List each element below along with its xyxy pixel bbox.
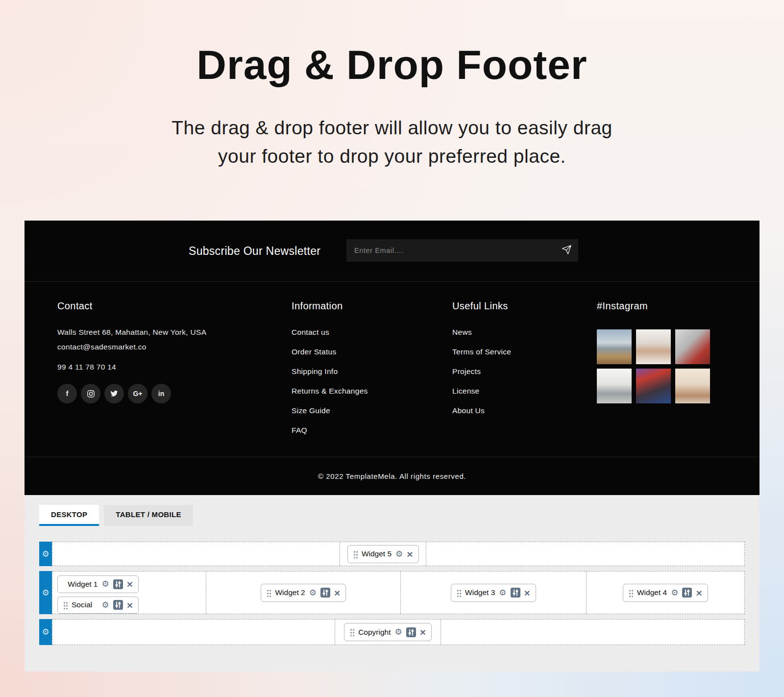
gear-icon: ⚙: [42, 549, 49, 559]
instagram-photo-firefighter[interactable]: [636, 369, 671, 403]
footer-column-useful-links: Useful Links News Terms of Service Proje…: [452, 300, 511, 426]
facebook-icon[interactable]: f: [57, 384, 77, 403]
social-icons-row: f G+ in: [57, 384, 206, 403]
contact-heading: Contact: [57, 300, 206, 312]
contact-phone[interactable]: 99 4 11 78 70 14: [57, 363, 206, 372]
widget-pill-social[interactable]: Social ⚙ ×: [57, 597, 139, 614]
builder-tabs: DESKTOP TABLET / MOBILE: [39, 505, 193, 526]
row-3-settings-button[interactable]: ⚙: [39, 619, 52, 645]
row-1-column-1[interactable]: [52, 542, 340, 566]
subtitle-line-1: The drag & drop footer will allow you to…: [0, 114, 784, 142]
widget-remove-icon[interactable]: ×: [696, 588, 702, 598]
newsletter-heading: Subscribe Our Newsletter: [189, 245, 320, 258]
widget-remove-icon[interactable]: ×: [420, 627, 426, 637]
footer-link-terms[interactable]: Terms of Service: [452, 348, 511, 356]
widget-settings-gear-icon[interactable]: ⚙: [309, 589, 317, 597]
drag-handle-icon[interactable]: [629, 589, 633, 597]
builder-row-3: ⚙ Copyright ⚙ ×: [39, 619, 745, 645]
linkedin-glyph: in: [158, 390, 164, 398]
widget-column-settings-icon[interactable]: [682, 588, 692, 597]
builder-row-2: ⚙ Widget 1 ⚙ ×: [39, 571, 745, 614]
copyright-text: © 2022 TemplateMela. All rights reserved…: [318, 472, 466, 480]
widget-settings-gear-icon[interactable]: ⚙: [101, 580, 109, 588]
widget-remove-icon[interactable]: ×: [524, 588, 530, 598]
google-plus-glyph: G+: [133, 390, 142, 398]
drag-handle-icon[interactable]: [457, 589, 461, 597]
widget-pill-widget4[interactable]: Widget 4 ⚙ ×: [623, 584, 708, 602]
footer-column-contact: Contact Walls Street 68, Mahattan, New Y…: [57, 300, 206, 403]
linkedin-icon[interactable]: in: [151, 384, 171, 403]
row-3-column-3[interactable]: [441, 620, 744, 645]
drag-handle-icon[interactable]: [63, 580, 64, 588]
information-heading: Information: [292, 300, 368, 312]
widget-pill-widget2[interactable]: Widget 2 ⚙ ×: [261, 584, 346, 602]
row-2-column-1[interactable]: Widget 1 ⚙ × Social ⚙: [52, 572, 206, 614]
footer-link-license[interactable]: License: [452, 387, 480, 395]
widget-label: Social: [72, 600, 92, 609]
row-3-column-1[interactable]: [52, 620, 335, 645]
footer-link-returns-exchanges[interactable]: Returns & Exchanges: [292, 387, 368, 395]
instagram-photo-bedroom[interactable]: [597, 369, 632, 403]
widget-column-settings-icon[interactable]: [511, 588, 520, 597]
widget-settings-gear-icon[interactable]: ⚙: [671, 589, 678, 597]
widget-settings-gear-icon[interactable]: ⚙: [101, 601, 109, 609]
footer-link-about-us[interactable]: About Us: [452, 406, 485, 415]
row-3-column-2[interactable]: Copyright ⚙ ×: [335, 620, 441, 645]
widget-column-settings-icon[interactable]: [113, 600, 123, 610]
widget-remove-icon[interactable]: ×: [127, 579, 133, 589]
google-plus-icon[interactable]: G+: [128, 384, 147, 403]
instagram-photo-cyclist[interactable]: [597, 329, 632, 364]
drag-handle-icon[interactable]: [353, 550, 358, 558]
widget-pill-widget3[interactable]: Widget 3 ⚙ ×: [451, 584, 536, 602]
footer-link-size-guide[interactable]: Size Guide: [292, 406, 330, 415]
tab-desktop[interactable]: DESKTOP: [39, 505, 99, 526]
drag-handle-icon[interactable]: [63, 601, 68, 609]
row-1-settings-button[interactable]: ⚙: [39, 542, 52, 566]
footer-link-order-status[interactable]: Order Status: [292, 348, 336, 356]
widget-settings-gear-icon[interactable]: ⚙: [499, 589, 506, 597]
row-1-column-3[interactable]: [426, 542, 744, 566]
widget-remove-icon[interactable]: ×: [334, 588, 340, 598]
widget-remove-icon[interactable]: ×: [127, 600, 133, 610]
newsletter-input-wrap: [346, 239, 578, 262]
row-2-column-4[interactable]: Widget 4 ⚙ ×: [586, 572, 744, 614]
instagram-photo-wedding[interactable]: [675, 369, 710, 403]
widget-column-settings-icon[interactable]: [406, 627, 416, 637]
row-2-settings-button[interactable]: ⚙: [39, 571, 52, 614]
footer-link-projects[interactable]: Projects: [452, 367, 481, 375]
builder-row-1: ⚙ Widget 5 ⚙ ×: [39, 542, 745, 566]
footer-link-faq[interactable]: FAQ: [292, 426, 307, 434]
row-2-column-3[interactable]: Widget 3 ⚙ ×: [400, 572, 586, 614]
widget-remove-icon[interactable]: ×: [407, 549, 413, 559]
footer-column-instagram: #Instagram: [597, 300, 710, 403]
widget-label: Widget 3: [465, 588, 495, 597]
drag-handle-icon[interactable]: [267, 589, 271, 597]
widget-pill-copyright[interactable]: Copyright ⚙ ×: [344, 623, 432, 641]
widget-settings-gear-icon[interactable]: ⚙: [395, 550, 403, 558]
page-title: Drag & Drop Footer: [0, 41, 784, 89]
instagram-photo-mechanic[interactable]: [675, 329, 710, 364]
drag-handle-icon[interactable]: [350, 628, 354, 636]
instagram-heading: #Instagram: [597, 300, 710, 312]
contact-email[interactable]: contact@sadesmarket.co: [57, 340, 206, 354]
footer-link-news[interactable]: News: [452, 328, 472, 336]
newsletter-send-button[interactable]: [555, 239, 578, 262]
row-2-column-2[interactable]: Widget 2 ⚙ ×: [206, 572, 400, 614]
facebook-glyph: f: [66, 390, 69, 398]
widget-settings-gear-icon[interactable]: ⚙: [395, 628, 402, 636]
row-1-column-2[interactable]: Widget 5 ⚙ ×: [340, 542, 426, 566]
instagram-icon[interactable]: [81, 384, 100, 403]
gear-icon: ⚙: [42, 588, 49, 598]
widget-pill-widget5[interactable]: Widget 5 ⚙ ×: [347, 545, 419, 563]
instagram-photo-child-glasses[interactable]: [636, 329, 671, 364]
footer-link-contact-us[interactable]: Contact us: [292, 328, 329, 336]
widget-column-settings-icon[interactable]: [320, 588, 330, 597]
newsletter-email-input[interactable]: [346, 239, 555, 262]
footer-link-shipping-info[interactable]: Shipping Info: [292, 367, 338, 375]
footer-column-information: Information Contact us Order Status Ship…: [292, 300, 368, 446]
tab-tablet-mobile[interactable]: TABLET / MOBILE: [104, 505, 193, 526]
twitter-icon[interactable]: [104, 384, 124, 403]
widget-pill-widget1[interactable]: Widget 1 ⚙ ×: [57, 575, 139, 593]
widget-column-settings-icon[interactable]: [113, 579, 123, 589]
subtitle-line-2: your footer to drop your preferred place…: [0, 142, 784, 171]
